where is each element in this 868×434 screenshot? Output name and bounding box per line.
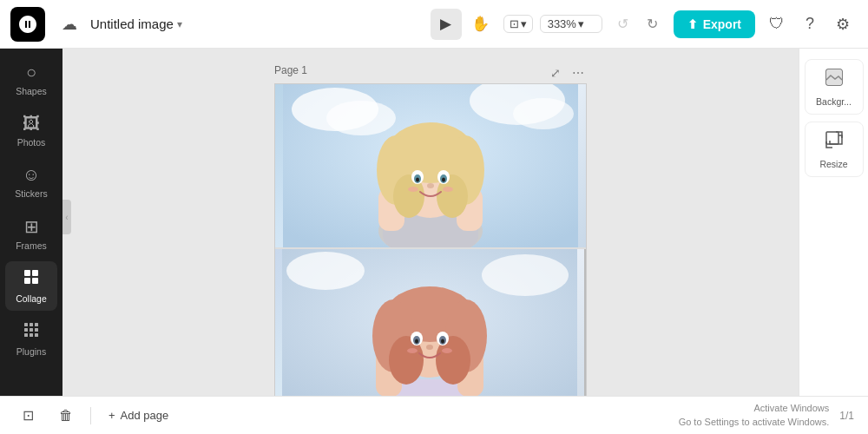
export-icon: ⬆ [687,17,698,31]
sidebar-collapse-handle[interactable]: ‹ [62,200,71,234]
svg-point-33 [442,178,445,182]
redo-button[interactable]: ↻ [639,10,667,38]
background-icon [824,67,845,93]
zoom-dropdown[interactable]: 333% ▾ [540,15,602,33]
shapes-icon: ○ [26,62,36,82]
activate-windows-notice: Activate Windows Go to Settings to activ… [679,402,830,429]
select-tool-button[interactable]: ▶ [431,9,462,40]
svg-point-15 [326,101,396,135]
resize-label: Resize [819,159,847,169]
settings-button[interactable]: ⚙ [828,10,858,39]
resize-panel-item[interactable]: Resize [805,122,864,177]
svg-rect-7 [24,328,28,332]
page-total: 1 [848,410,854,422]
svg-rect-2 [24,278,30,284]
hand-tool-button[interactable]: ✋ [465,9,496,40]
sidebar-item-photos[interactable]: 🖼 Photos [5,107,57,155]
page-info: 1/1 [839,410,854,422]
expand-page-button[interactable]: ⤢ [547,64,564,82]
undo-button[interactable]: ↺ [609,10,637,38]
help-button[interactable]: ? [795,10,825,39]
svg-point-34 [408,187,418,192]
photos-label: Photos [17,137,46,148]
svg-rect-1 [32,270,38,276]
svg-rect-8 [30,328,33,332]
svg-point-36 [427,183,434,188]
page-label: Page 1 [274,64,307,76]
export-label: Export [703,17,741,31]
svg-rect-6 [35,323,38,326]
sidebar-item-collage[interactable]: Collage [5,261,57,311]
title-chevron-icon: ▾ [177,18,182,30]
page-actions: ⤢ ⋯ [547,64,587,82]
shapes-label: Shapes [16,86,47,96]
frames-icon: ⊞ [24,216,39,237]
svg-point-55 [407,348,418,353]
activate-line2: Go to Settings to activate Windows. [679,416,830,429]
background-panel-item[interactable]: Backgr... [805,59,864,115]
history-group: ↺ ↻ [609,10,667,38]
svg-rect-10 [24,333,28,337]
svg-point-54 [441,339,444,344]
zoom-value: 333% [548,17,576,30]
save-to-cloud-button[interactable]: ☁ [56,10,83,38]
export-button[interactable]: ⬆ Export [674,10,755,38]
svg-rect-5 [30,323,33,326]
canvas-area[interactable]: Page 1 ⤢ ⋯ [62,49,799,396]
view-chevron-icon: ▾ [521,17,527,30]
collage-label: Collage [16,293,47,304]
copy-page-button[interactable]: ⊡ [14,402,42,430]
svg-rect-3 [32,278,38,284]
sidebar-item-stickers[interactable]: ☺ Stickers [5,158,57,206]
svg-rect-11 [30,333,33,337]
right-panel: Backgr... Resize [799,49,868,396]
stickers-label: Stickers [15,188,47,199]
view-dropdown[interactable]: ⊡ ▾ [503,15,533,33]
tool-group: ▶ ✋ [431,9,496,40]
background-label: Backgr... [816,96,852,107]
svg-point-39 [482,254,569,296]
sidebar-item-plugins[interactable]: Plugins [5,314,57,364]
sidebar-item-frames[interactable]: ⊞ Frames [5,209,57,258]
canvas-frame [274,83,587,396]
sidebar-item-shapes[interactable]: ○ Shapes [5,56,57,103]
page-label-text: Page 1 [274,64,307,76]
plugins-label: Plugins [16,346,46,357]
shield-button[interactable]: 🛡 [762,10,792,39]
frames-label: Frames [16,240,47,251]
document-title[interactable]: Untitled image ▾ [90,16,182,31]
toolbar-right-icons: 🛡 ? ⚙ [762,10,858,39]
svg-point-32 [416,178,419,182]
title-text: Untitled image [90,16,174,31]
resize-icon [824,129,845,155]
canvas-top-image[interactable] [275,84,586,249]
svg-point-57 [426,345,433,350]
photos-icon: 🖼 [23,114,40,134]
bottom-bar: ⊡ 🗑 + Add page Activate Windows Go to Se… [0,396,868,434]
svg-rect-12 [35,333,38,337]
more-page-button[interactable]: ⋯ [569,64,587,82]
main-area: ○ Shapes 🖼 Photos ☺ Stickers ⊞ Frames [0,49,868,396]
svg-point-35 [443,187,453,192]
svg-rect-0 [24,270,30,276]
app-logo[interactable] [10,7,45,42]
svg-rect-60 [826,132,838,144]
svg-point-56 [442,348,452,353]
svg-point-17 [513,98,574,129]
page-container: Page 1 ⤢ ⋯ [274,83,587,396]
svg-point-53 [415,339,418,344]
add-page-icon: + [108,409,115,422]
view-icon: ⊡ [510,17,519,30]
svg-rect-4 [24,323,28,326]
collage-icon [23,268,40,290]
zoom-chevron-icon: ▾ [578,17,584,30]
canvas-bottom-image[interactable] [275,249,586,396]
bottom-separator [90,407,91,424]
stickers-icon: ☺ [23,165,40,185]
svg-point-38 [286,252,365,290]
toolbar: ☁ Untitled image ▾ ▶ ✋ ⊡ ▾ 333% ▾ ↺ ↻ ⬆ … [0,0,868,49]
plugins-icon [23,321,40,343]
add-page-button[interactable]: + Add page [102,405,175,425]
delete-page-button[interactable]: 🗑 [52,402,80,430]
page-current: 1 [839,410,845,422]
